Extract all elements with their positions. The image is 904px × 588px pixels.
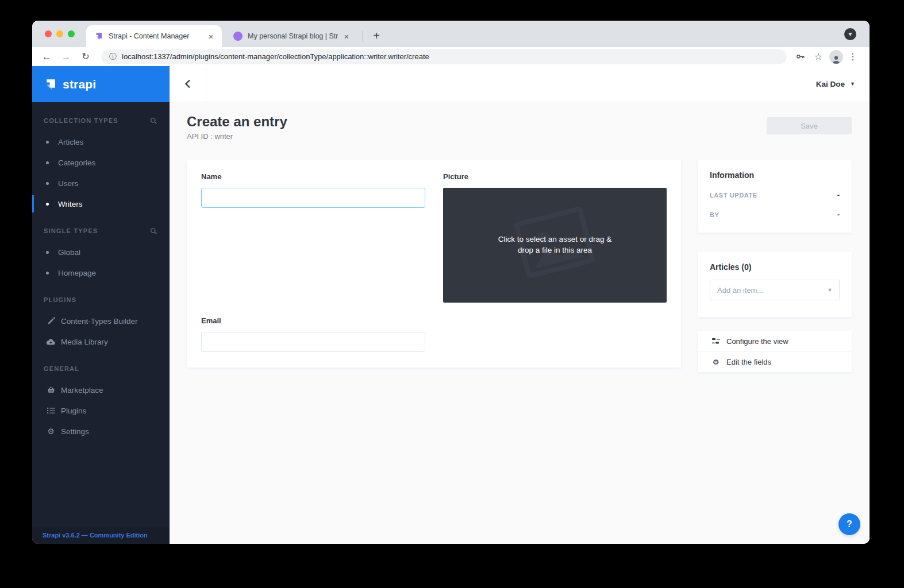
sidebar-item-homepage[interactable]: Homepage xyxy=(32,262,170,283)
chevron-down-icon: ▼ xyxy=(850,81,855,87)
by-value: - xyxy=(837,210,840,219)
search-icon[interactable] xyxy=(150,227,157,235)
sidebar-item-articles[interactable]: Articles xyxy=(32,131,170,152)
close-window-button[interactable] xyxy=(45,30,52,37)
tab-strapi-content-manager[interactable]: Strapi - Content Manager × xyxy=(86,25,222,47)
dropzone-label: Click to select an asset or drag & drop … xyxy=(490,234,620,256)
by-row: BY - xyxy=(710,210,840,219)
sidebar-item-label: Users xyxy=(58,179,78,188)
add-article-select[interactable]: Add an item... ▼ xyxy=(710,280,840,300)
last-update-value: - xyxy=(837,191,840,199)
sliders-icon xyxy=(711,338,720,345)
cloud-upload-icon xyxy=(46,338,56,346)
sidebar-item-plugins[interactable]: Plugins xyxy=(32,400,170,421)
sidebar-item-label: Homepage xyxy=(58,269,96,277)
blog-favicon xyxy=(233,32,243,41)
close-tab-icon[interactable]: × xyxy=(206,31,216,41)
sidebar-item-label: Articles xyxy=(58,138,83,146)
browser-menu-icon[interactable]: ⋮ xyxy=(845,49,860,64)
minimize-window-button[interactable] xyxy=(56,30,63,37)
sidebar-item-content-types-builder[interactable]: Content-Types Builder xyxy=(32,311,170,331)
link-label: Edit the fields xyxy=(726,358,771,366)
bullet-icon xyxy=(46,251,49,254)
name-field-label: Name xyxy=(201,172,221,181)
picture-dropzone[interactable]: Click to select an asset or drag & drop … xyxy=(443,188,667,303)
page-title: Create an entry xyxy=(187,114,287,130)
meta-column: Information LAST UPDATE - BY - Arti xyxy=(698,160,852,372)
sidebar-item-label: Categories xyxy=(58,158,95,167)
search-icon[interactable] xyxy=(150,117,157,125)
toolbar-actions: ☆ ⋮ xyxy=(793,49,861,64)
sidebar-item-global[interactable]: Global xyxy=(32,242,170,262)
forward-icon[interactable]: → xyxy=(59,49,74,64)
list-icon xyxy=(46,407,56,414)
paintbrush-icon xyxy=(46,317,56,325)
section-general: GENERAL xyxy=(32,362,170,375)
tab-search-button[interactable]: ▼ xyxy=(844,28,856,40)
desktop-background: Strapi - Content Manager × My personal S… xyxy=(0,0,904,588)
section-label: COLLECTION TYPES xyxy=(44,117,118,124)
last-update-label: LAST UPDATE xyxy=(710,192,757,199)
browser-window: Strapi - Content Manager × My personal S… xyxy=(32,21,870,544)
user-name: Kai Doe xyxy=(816,80,845,88)
edit-fields-link[interactable]: ⚙ Edit the fields xyxy=(698,351,852,372)
by-label: BY xyxy=(710,211,719,218)
email-input[interactable] xyxy=(201,332,425,352)
articles-panel-title: Articles (0) xyxy=(710,262,840,272)
app-top-bar: Kai Doe ▼ xyxy=(170,66,870,102)
page-content: Create an entry API ID : writer Save Nam… xyxy=(170,102,870,544)
help-button[interactable]: ? xyxy=(838,513,860,535)
password-key-icon[interactable] xyxy=(793,49,807,64)
sidebar: strapi COLLECTION TYPES Articles xyxy=(32,66,170,544)
reload-icon[interactable]: ↻ xyxy=(78,49,93,64)
articles-relation-panel: Articles (0) Add an item... ▼ xyxy=(698,252,852,317)
browser-toolbar: ← → ↻ ⓘ localhost:1337/admin/plugins/con… xyxy=(32,47,870,66)
chevron-left-icon xyxy=(184,79,191,88)
sidebar-item-label: Marketplace xyxy=(61,386,103,394)
select-placeholder: Add an item... xyxy=(710,286,763,295)
sidebar-item-label: Content-Types Builder xyxy=(61,317,138,326)
section-single-types: SINGLE TYPES xyxy=(32,225,170,237)
address-bar[interactable]: ⓘ localhost:1337/admin/plugins/content-m… xyxy=(101,49,787,64)
view-links-panel: Configure the view ⚙ Edit the fields xyxy=(698,331,852,372)
sidebar-item-media-library[interactable]: Media Library xyxy=(32,331,170,352)
picture-field-label: Picture xyxy=(443,172,468,181)
sidebar-item-writers[interactable]: Writers xyxy=(32,194,170,214)
new-tab-button[interactable]: + xyxy=(369,28,384,43)
tab-title: Strapi - Content Manager xyxy=(109,32,202,40)
fullscreen-window-button[interactable] xyxy=(68,30,75,37)
section-label: PLUGINS xyxy=(44,296,76,303)
name-input[interactable] xyxy=(201,188,425,208)
user-menu[interactable]: Kai Doe ▼ xyxy=(816,80,855,88)
sidebar-version-link[interactable]: Strapi v3.6.2 — Community Edition xyxy=(32,527,170,544)
go-back-button[interactable] xyxy=(170,66,206,102)
configure-view-link[interactable]: Configure the view xyxy=(698,331,852,351)
close-tab-icon[interactable]: × xyxy=(341,31,352,41)
strapi-logo[interactable]: strapi xyxy=(32,66,170,102)
sidebar-item-label: Global xyxy=(58,248,80,257)
save-button[interactable]: Save xyxy=(767,117,852,134)
bullet-icon xyxy=(46,141,49,144)
sidebar-item-settings[interactable]: ⚙ Settings xyxy=(32,421,170,442)
bookmark-star-icon[interactable]: ☆ xyxy=(811,49,826,64)
strapi-favicon xyxy=(94,32,103,41)
bullet-icon xyxy=(46,272,49,274)
section-collection-types: COLLECTION TYPES xyxy=(32,114,170,127)
bullet-icon xyxy=(46,203,49,206)
last-update-row: LAST UPDATE - xyxy=(710,191,840,199)
back-icon[interactable]: ← xyxy=(39,49,54,64)
basket-icon xyxy=(46,386,56,394)
page-info-icon[interactable]: ⓘ xyxy=(109,52,117,62)
sidebar-item-marketplace[interactable]: Marketplace xyxy=(32,380,170,400)
sidebar-item-categories[interactable]: Categories xyxy=(32,152,170,173)
tab-strapi-blog[interactable]: My personal Strapi blog | Strap × xyxy=(226,25,356,47)
bullet-icon xyxy=(46,182,49,185)
information-panel: Information LAST UPDATE - BY - xyxy=(698,160,852,233)
sidebar-item-label: Plugins xyxy=(61,407,86,415)
information-title: Information xyxy=(710,171,840,180)
sidebar-item-users[interactable]: Users xyxy=(32,173,170,194)
browser-profile-avatar[interactable] xyxy=(829,50,843,64)
tab-title: My personal Strapi blog | Strap xyxy=(248,32,338,40)
tab-strip: Strapi - Content Manager × My personal S… xyxy=(32,21,870,47)
sidebar-item-label: Media Library xyxy=(61,338,108,346)
